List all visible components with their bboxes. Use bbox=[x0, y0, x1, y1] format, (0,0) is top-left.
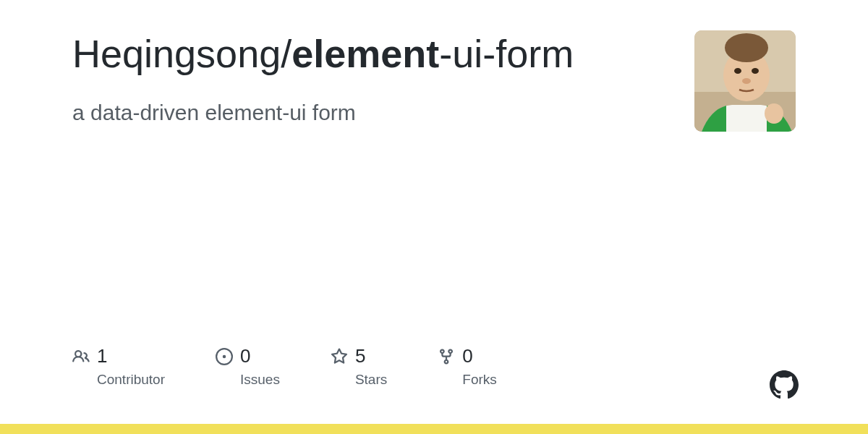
stat-label: Contributor bbox=[97, 372, 165, 388]
people-icon bbox=[72, 348, 90, 365]
svg-point-3 bbox=[725, 33, 768, 62]
stat-value: 5 bbox=[355, 345, 365, 367]
stat-top: 0 bbox=[438, 345, 497, 367]
language-bar bbox=[0, 424, 868, 434]
github-logo-icon[interactable] bbox=[770, 370, 799, 399]
main-container: Heqingsong/element-ui-form a data-driven… bbox=[0, 0, 868, 132]
stat-top: 5 bbox=[331, 345, 387, 367]
left-content: Heqingsong/element-ui-form a data-driven… bbox=[72, 30, 694, 128]
avatar[interactable] bbox=[694, 30, 796, 132]
stat-label: Issues bbox=[240, 372, 280, 388]
stat-top: 0 bbox=[216, 345, 280, 367]
repo-name-rest[interactable]: -ui-form bbox=[439, 32, 574, 75]
stat-forks[interactable]: 0 Forks bbox=[438, 345, 497, 388]
stat-label: Forks bbox=[462, 372, 497, 388]
stat-stars[interactable]: 5 Stars bbox=[331, 345, 387, 388]
repo-title: Heqingsong/element-ui-form bbox=[72, 30, 665, 77]
repo-owner[interactable]: Heqingsong bbox=[72, 32, 281, 75]
stat-value: 1 bbox=[97, 345, 107, 367]
stat-issues[interactable]: 0 Issues bbox=[216, 345, 280, 388]
svg-point-5 bbox=[752, 68, 759, 74]
svg-point-4 bbox=[734, 68, 741, 74]
stat-value: 0 bbox=[462, 345, 472, 367]
star-icon bbox=[331, 348, 348, 365]
repo-slash: / bbox=[281, 32, 292, 75]
svg-point-7 bbox=[765, 103, 783, 124]
stats-row: 1 Contributor 0 Issues 5 Stars 0 bbox=[72, 345, 497, 388]
fork-icon bbox=[438, 348, 455, 365]
repo-name-bold[interactable]: element bbox=[292, 32, 439, 75]
repo-description: a data-driven element-ui form bbox=[72, 98, 665, 128]
svg-point-6 bbox=[742, 78, 751, 84]
issue-icon bbox=[216, 348, 233, 365]
stat-value: 0 bbox=[240, 345, 250, 367]
stat-contributors[interactable]: 1 Contributor bbox=[72, 345, 165, 388]
stat-label: Stars bbox=[355, 372, 387, 388]
avatar-image bbox=[694, 30, 796, 132]
stat-top: 1 bbox=[72, 345, 165, 367]
